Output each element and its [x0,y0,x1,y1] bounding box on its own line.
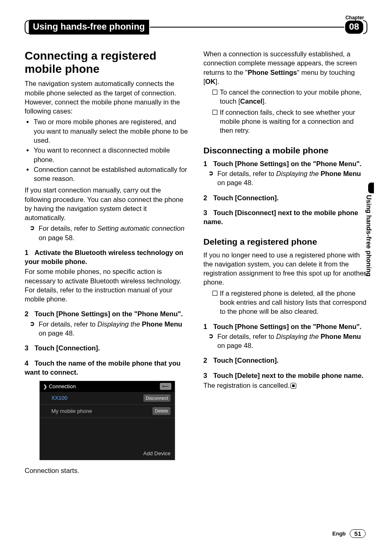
step-number: 2 [25,309,35,318]
step-3: 3Touch [Connection]. [25,343,189,352]
text: The registration is cancelled. [203,382,290,389]
left-column: Connecting a registered mobile phone The… [25,49,189,477]
text: ]. [215,78,219,85]
section-end-icon [291,383,296,389]
xref-target: Displaying the [276,333,319,340]
connection-screenshot: ❯ Connection ⟵ XX100 Disconnect My mobil… [39,381,175,460]
device-name: My mobile phone [44,408,92,415]
page-title: Using hands-free phoning [29,20,149,35]
step-text: Touch [Phone Settings] on the "Phone Men… [213,160,362,167]
step-text: Activate the Bluetooth wireless technolo… [25,249,183,265]
header-paren-right [363,20,367,34]
step-text: Touch [Phone Settings] on the "Phone Men… [35,310,183,317]
bold-text: OK [205,78,216,85]
intro-text: The navigation system automatically conn… [25,79,189,116]
xref-page: on page 48. [217,179,253,186]
step-3: 3Touch [Delete] next to the mobile phone… [203,371,367,380]
step-text: Touch [Phone Settings] on the "Phone Men… [213,323,362,330]
cross-reference: For details, refer to Displaying the Pho… [203,332,367,350]
step-1: 1Touch [Phone Settings] on the "Phone Me… [203,322,367,331]
step-number: 1 [203,159,213,168]
disconnect-button[interactable]: Disconnect [143,394,171,402]
after-bullets-text: If you start connection manually, carry … [25,185,189,222]
step-2: 2Touch [Phone Settings] on the "Phone Me… [25,309,189,318]
screenshot-title: ❯ Connection [43,383,76,390]
bold-text: Cancel [240,97,263,105]
bluetooth-icon: ❯ [43,384,47,389]
xref-bold: Phone Menu [140,320,182,328]
chapter-label: Chapter [346,15,364,21]
note-delete-warning: If a registered phone is deleted, all th… [203,289,367,316]
step-number: 3 [203,371,213,380]
xref-target: Setting automatic connection [97,225,184,232]
step-3: 3Touch [Disconnect] next to the mobile p… [203,208,367,227]
xref-target: Displaying the [97,320,140,328]
device-row[interactable]: XX100 Disconnect [40,392,175,405]
xref-bold: Phone Menu [319,333,361,340]
chapter-number: 08 [345,21,363,34]
header-rule [150,27,344,28]
section-heading-disconnecting: Disconnecting a mobile phone [203,145,367,156]
add-device-button[interactable]: Add Device [40,447,175,460]
note-retry: If connection fails, check to see whethe… [203,108,367,135]
step-text: Touch [Connection]. [213,194,279,202]
side-tab: Using hands-free phoning [365,183,374,276]
xref-text: For details, refer to [217,170,276,177]
note-cancel: To cancel the connection to your mobile … [203,88,367,106]
xref-text: For details, refer to [39,320,97,328]
xref-page: on page 48. [217,342,253,349]
screenshot-filler [40,418,175,447]
xref-text: For details, refer to [39,225,97,232]
step-text: Touch [Disconnect] next to the mobile ph… [203,209,358,225]
cross-reference: For details, refer to Setting automatic … [25,224,189,242]
xref-page: on page 48. [39,329,74,337]
step-text: Touch [Connection]. [35,344,100,352]
right-column: When a connection is successfully establ… [203,49,367,477]
deleting-end: The registration is cancelled. [203,381,367,390]
content-columns: Connecting a registered mobile phone The… [25,49,367,477]
step-2: 2Touch [Connection]. [203,193,367,202]
side-tab-marker [368,183,374,193]
xref-target: Displaying the [276,170,319,177]
step-number: 4 [25,359,35,368]
bullet-item: You want to reconnect a disconnected mob… [34,146,189,164]
page-header: Using hands-free phoning 08 [25,20,367,35]
page-number: 51 [350,529,366,538]
screenshot-titlebar: ❯ Connection ⟵ [40,381,175,392]
step-number: 1 [203,322,213,331]
section-heading-connecting: Connecting a registered mobile phone [25,49,189,76]
deleting-intro: If you no longer need to use a registere… [203,250,367,287]
cross-reference: For details, refer to Displaying the Pho… [25,320,189,338]
xref-text: For details, refer to [217,333,276,340]
step-text: Touch the name of the mobile phone that … [25,359,180,376]
device-name: XX100 [44,394,67,402]
step-4: 4Touch the name of the mobile phone that… [25,359,189,377]
bold-text: Phone Settings [248,69,297,76]
step-2: 2Touch [Connection]. [203,356,367,365]
device-row[interactable]: My mobile phone Delete [40,405,175,418]
step-number: 3 [25,343,35,352]
screenshot-title-text: Connection [49,383,76,389]
step-1: 1Activate the Bluetooth wireless technol… [25,248,189,266]
delete-button[interactable]: Delete [152,407,171,415]
bullet-list: Two or more mobile phones are registered… [25,117,189,183]
footer-lang: Engb [332,531,346,537]
after-screenshot-text: Connection starts. [25,466,189,475]
step-number: 1 [25,248,35,257]
text: ]. [263,97,266,105]
step-number: 3 [203,208,213,217]
step-number: 2 [203,356,213,365]
page-footer: Engb 51 [332,529,366,538]
side-tab-text: Using hands-free phoning [365,195,372,276]
xref-bold: Phone Menu [319,170,361,177]
xref-page: on page 58. [39,234,74,241]
step-number: 2 [203,193,213,202]
cross-reference: For details, refer to Displaying the Pho… [203,169,367,188]
connection-result-text: When a connection is successfully establ… [203,49,367,86]
back-button[interactable]: ⟵ [160,383,171,390]
step-text: Touch [Delete] next to the mobile phone … [213,372,363,379]
bullet-item: Two or more mobile phones are registered… [34,117,189,145]
step-text: Touch [Connection]. [213,357,279,364]
section-heading-deleting: Deleting a registered phone [203,236,367,248]
header-paren-left [25,20,29,34]
